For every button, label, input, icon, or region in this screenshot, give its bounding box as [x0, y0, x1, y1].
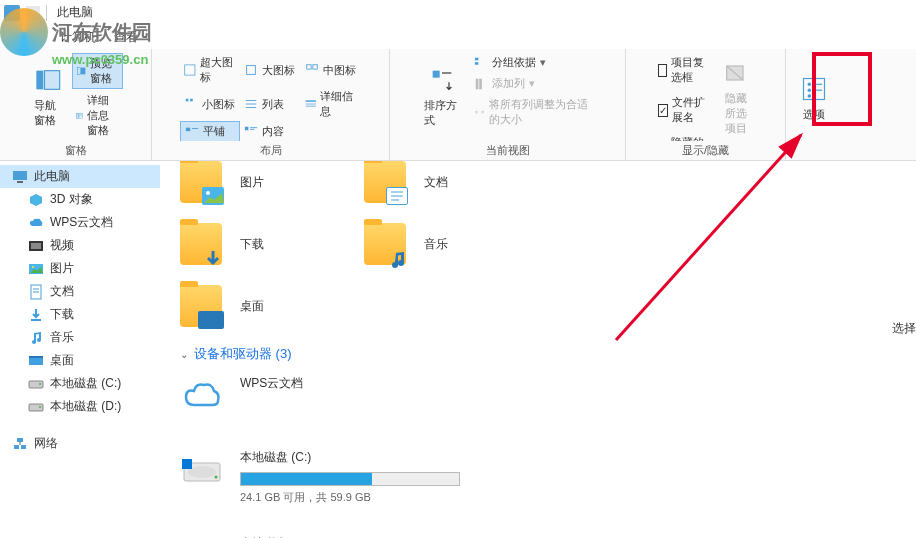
sidebar-item-label: WPS云文档 [50, 214, 113, 231]
svg-rect-9 [247, 66, 256, 75]
svg-rect-56 [14, 445, 19, 449]
svg-rect-22 [245, 126, 249, 130]
layout-content[interactable]: 内容 [240, 121, 300, 141]
sidebar-item-3d[interactable]: 3D 对象 [0, 188, 160, 211]
folder-icon [180, 223, 222, 265]
folder-图片[interactable]: 图片 [180, 161, 264, 203]
ribbon-show-hide: 项目复选框 文件扩展名 隐藏的项目 隐藏 所选项目 显示/隐藏 [626, 49, 786, 160]
options-button[interactable]: 选项 [794, 53, 834, 144]
sidebar-item-video[interactable]: 视频 [0, 234, 160, 257]
svg-rect-17 [305, 100, 315, 101]
layout-tiles[interactable]: 平铺 [180, 121, 240, 141]
chevron-down-icon: ⌄ [180, 349, 188, 360]
folder-下载[interactable]: 下载 [180, 223, 264, 265]
preview-pane-icon [77, 64, 86, 78]
cloud-icon [180, 375, 224, 419]
sidebar-item-disk[interactable]: 本地磁盘 (D:) [0, 395, 160, 418]
sidebar-item-disk[interactable]: 本地磁盘 (C:) [0, 372, 160, 395]
sidebar-item-doc[interactable]: 文档 [0, 280, 160, 303]
svg-point-60 [206, 191, 210, 195]
svg-rect-3 [81, 68, 85, 75]
nav-pane-button[interactable]: 导航窗格 [28, 53, 68, 141]
svg-rect-29 [475, 78, 478, 89]
svg-rect-27 [474, 57, 478, 60]
layout-medium[interactable]: 中图标 [301, 53, 361, 87]
svg-rect-70 [182, 464, 187, 469]
hide-selected-button[interactable]: 隐藏 所选项目 [714, 53, 757, 141]
svg-rect-20 [186, 127, 190, 131]
folder-label: 图片 [240, 174, 264, 191]
file-extensions-toggle[interactable]: 文件扩展名 [654, 93, 710, 127]
panes-group-label: 窗格 [8, 141, 143, 158]
svg-rect-8 [185, 65, 195, 75]
folder-桌面[interactable]: 桌面 [180, 285, 264, 327]
sidebar-item-label: 本地磁盘 (D:) [50, 398, 121, 415]
options-icon [800, 75, 828, 103]
sidebar-item-music[interactable]: 音乐 [0, 326, 160, 349]
layout-large[interactable]: 大图标 [240, 53, 300, 87]
disk-icon [180, 449, 224, 493]
menu-view[interactable]: 查看 [114, 29, 138, 46]
sidebar-item-label: 桌面 [50, 352, 74, 369]
grid-icon [184, 97, 198, 111]
drive-usage-bar [240, 472, 460, 486]
qat-icon[interactable] [26, 6, 40, 20]
svg-rect-12 [186, 99, 189, 102]
sidebar-item-pc[interactable]: 此电脑 [0, 165, 160, 188]
layout-small[interactable]: 小图标 [180, 87, 240, 121]
svg-point-66 [215, 476, 218, 479]
svg-rect-40 [13, 171, 27, 180]
svg-rect-13 [190, 99, 193, 102]
pc-icon [12, 169, 28, 185]
layout-details[interactable]: 详细信息 [301, 87, 361, 121]
devices-header[interactable]: ⌄ 设备和驱动器 (3) [180, 327, 896, 375]
svg-rect-1 [45, 71, 60, 90]
item-checkboxes-toggle[interactable]: 项目复选框 [654, 53, 710, 87]
folder-icon [364, 223, 406, 265]
list-icon [244, 97, 258, 111]
svg-point-65 [188, 466, 216, 478]
autofit-button[interactable]: 将所有列调整为合适的大小 [470, 95, 598, 129]
layout-list[interactable]: 列表 [240, 87, 300, 121]
folder-label: 桌面 [240, 298, 264, 315]
sidebar-item-net[interactable]: 网络 [0, 432, 160, 455]
sort-button[interactable]: 排序方式 [418, 53, 466, 141]
drive-free-text: 24.1 GB 可用，共 59.9 GB [240, 490, 520, 505]
ribbon-options: 选项 [786, 49, 842, 160]
layout-xlarge[interactable]: 超大图标 [180, 53, 240, 87]
svg-point-45 [32, 266, 34, 268]
menu-computer[interactable]: 计算机 [60, 29, 96, 46]
system-icon[interactable] [4, 5, 20, 21]
disk-icon [28, 399, 44, 415]
folder-文档[interactable]: 文档 [364, 161, 448, 203]
main-area: 此电脑3D 对象WPS云文档视频图片文档下载音乐桌面本地磁盘 (C:)本地磁盘 … [0, 161, 916, 538]
desk-icon [28, 353, 44, 369]
menubar: 计算机 查看 [0, 25, 916, 49]
preview-pane-button[interactable]: 预览窗格 [72, 53, 123, 89]
sidebar-item-pic[interactable]: 图片 [0, 257, 160, 280]
folder-音乐[interactable]: 音乐 [364, 223, 448, 265]
drive-item[interactable]: WPS云文档 [180, 375, 520, 419]
sidebar-item-dl[interactable]: 下载 [0, 303, 160, 326]
group-by-button[interactable]: 分组依据▾ [470, 53, 598, 72]
svg-point-55 [39, 406, 41, 408]
folder-icon [180, 285, 222, 327]
sidebar-item-label: 此电脑 [34, 168, 70, 185]
dl-icon [28, 307, 44, 323]
svg-rect-71 [187, 464, 192, 469]
layout-group-label: 布局 [160, 141, 381, 158]
3d-icon [28, 192, 44, 208]
svg-rect-54 [29, 404, 43, 411]
svg-point-53 [39, 383, 41, 385]
titlebar: 此电脑 [0, 0, 916, 25]
sidebar-item-cloud[interactable]: WPS云文档 [0, 211, 160, 234]
grid-icon [244, 63, 258, 77]
add-columns-button[interactable]: 添加列▾ [470, 74, 598, 93]
svg-rect-2 [78, 68, 81, 75]
cloud-icon [28, 215, 44, 231]
details-pane-button[interactable]: 详细信息窗格 [72, 91, 123, 140]
sidebar-item-desk[interactable]: 桌面 [0, 349, 160, 372]
drive-item[interactable]: 本地磁盘 (C:)24.1 GB 可用，共 59.9 GB [180, 449, 520, 505]
hidden-items-toggle[interactable]: 隐藏的项目 [654, 133, 710, 141]
svg-rect-33 [804, 79, 825, 100]
